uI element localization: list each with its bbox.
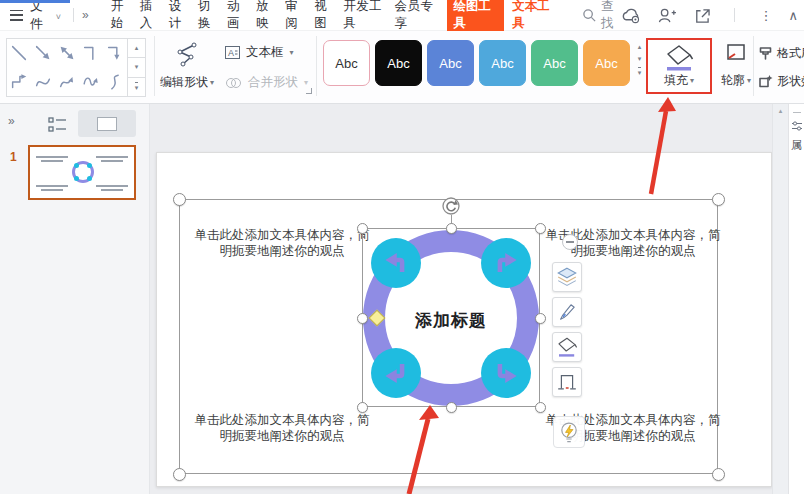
right-task-panel-edge: 属 bbox=[788, 104, 804, 494]
invite-collaborator-icon[interactable] bbox=[657, 7, 677, 24]
text-box-icon: A bbox=[224, 44, 241, 61]
quick-outline-button[interactable] bbox=[552, 367, 582, 397]
cloud-sync-icon[interactable] bbox=[620, 7, 641, 24]
group-separator bbox=[154, 36, 155, 96]
shape-style-preset[interactable]: Abc bbox=[323, 40, 370, 86]
outline-button[interactable]: 轮廓 ▾ bbox=[714, 40, 758, 89]
hamburger-menu-icon[interactable] bbox=[10, 10, 23, 21]
menu-tab[interactable]: 放映 bbox=[256, 0, 278, 32]
menu-tab[interactable]: 开始 bbox=[111, 0, 133, 32]
diagonal-line-icon[interactable] bbox=[7, 39, 31, 68]
shape-style-preset[interactable]: Abc bbox=[427, 40, 474, 86]
quick-fill-button[interactable] bbox=[552, 332, 582, 362]
tab-text-tools[interactable]: 文本工具 bbox=[512, 0, 556, 32]
outline-label: 轮廓 bbox=[721, 72, 745, 89]
resize-handle-bottom-center[interactable] bbox=[446, 402, 457, 413]
properties-icon[interactable] bbox=[791, 120, 803, 132]
slide-thumbnail-selected[interactable] bbox=[28, 145, 136, 200]
curve-icon[interactable] bbox=[31, 68, 55, 97]
elbow-arrow-icon[interactable] bbox=[103, 39, 127, 68]
dialog-launcher-icon[interactable] bbox=[306, 88, 312, 94]
gallery-scroll-down-button[interactable]: ▾ bbox=[127, 58, 146, 77]
shape-effects-button[interactable]: 形状效果 ▾ bbox=[758, 70, 804, 92]
menu-tab[interactable]: 开发工具 bbox=[343, 0, 387, 32]
shape-style-preset[interactable]: Abc bbox=[583, 40, 630, 86]
diagonal-double-arrow-icon[interactable] bbox=[55, 39, 79, 68]
shape-style-preset[interactable]: Abc bbox=[375, 40, 422, 86]
resize-handle-bottom-left[interactable] bbox=[173, 468, 186, 481]
fill-bucket-icon bbox=[664, 43, 694, 72]
vertical-scrollbar[interactable]: ▴ bbox=[772, 104, 788, 494]
s-curve-icon[interactable] bbox=[103, 68, 127, 97]
style-scroll-down-button[interactable]: ▾ bbox=[638, 55, 642, 63]
menu-tabs: 开始插入设计切换动画放映审阅视图开发工具会员专享 bbox=[111, 0, 439, 32]
tab-object-properties[interactable]: 属 bbox=[791, 138, 802, 153]
outline-view-icon[interactable] bbox=[47, 115, 68, 134]
share-icon[interactable] bbox=[693, 7, 710, 24]
elbow-connector-icon[interactable] bbox=[79, 39, 103, 68]
fill-bucket-icon bbox=[555, 335, 579, 359]
brush-style-button[interactable] bbox=[552, 297, 582, 327]
menu-tab[interactable]: 插入 bbox=[140, 0, 162, 32]
style-more-button[interactable]: ▾ bbox=[638, 67, 642, 77]
search-control[interactable]: 查找 bbox=[582, 0, 620, 32]
curved-arrow-icon[interactable] bbox=[55, 68, 79, 97]
resize-handle-top-right[interactable] bbox=[535, 223, 546, 234]
menu-tab[interactable]: 会员专享 bbox=[394, 0, 438, 32]
menu-tab[interactable]: 设计 bbox=[169, 0, 191, 32]
resize-handle-top-right[interactable] bbox=[712, 193, 725, 206]
divider bbox=[734, 8, 735, 22]
more-options-icon[interactable]: ⋮ bbox=[759, 8, 772, 23]
chevron-down-icon: ▾ bbox=[290, 48, 294, 57]
file-menu-button[interactable]: 文件 bbox=[30, 0, 53, 33]
resize-handle-middle-right[interactable] bbox=[535, 313, 546, 324]
gallery-scroll-up-button[interactable]: ▴ bbox=[127, 38, 146, 58]
format-painter-button[interactable]: 格式刷 bbox=[758, 42, 804, 64]
lightbulb-icon bbox=[555, 418, 583, 446]
menu-tab[interactable]: 切换 bbox=[198, 0, 220, 32]
edit-shape-button[interactable]: 编辑形状 ▾ bbox=[156, 38, 218, 98]
file-caret-icon[interactable]: ˅ bbox=[56, 12, 61, 22]
merge-shapes-button-disabled[interactable]: 合并形状 ▾ bbox=[224, 74, 308, 91]
shape-style-preset[interactable]: Abc bbox=[479, 40, 526, 86]
edit-shape-label: 编辑形状 bbox=[160, 74, 208, 91]
shape-effects-icon bbox=[758, 74, 773, 89]
resize-handle-bottom-right[interactable] bbox=[712, 468, 725, 481]
bent-double-arrow-icon[interactable] bbox=[7, 68, 31, 97]
style-gallery: AbcAbcAbcAbcAbcAbc bbox=[323, 40, 630, 86]
smart-tip-button[interactable] bbox=[553, 416, 585, 448]
rotate-handle[interactable] bbox=[442, 197, 460, 215]
chevron-down-icon: ▾ bbox=[210, 78, 214, 87]
style-scroll-up-button[interactable]: ▴ bbox=[638, 43, 642, 51]
panel-expand-icon[interactable]: » bbox=[8, 114, 15, 128]
shape-inner-selection-box[interactable] bbox=[362, 228, 540, 407]
resize-handle-bottom-right[interactable] bbox=[535, 402, 546, 413]
quick-access-expand-icon[interactable]: » bbox=[82, 8, 89, 22]
layers-icon bbox=[555, 265, 579, 289]
fill-button-highlighted[interactable]: 填充 ▾ bbox=[646, 38, 712, 94]
fill-label: 填充 bbox=[664, 72, 688, 89]
text-box-button[interactable]: A 文本框 ▾ bbox=[224, 44, 294, 61]
merge-shapes-icon bbox=[224, 75, 243, 91]
scroll-up-icon[interactable]: ▴ bbox=[779, 107, 783, 114]
curved-s-arrow-icon[interactable] bbox=[79, 68, 103, 97]
gallery-more-button[interactable]: ▾ bbox=[127, 78, 146, 97]
menubar: 文件 ˅ » 开始插入设计切换动画放映审阅视图开发工具会员专享 绘图工具 文本工… bbox=[0, 0, 804, 31]
chevron-down-icon: ▾ bbox=[690, 76, 694, 85]
placeholder-text-bottom-left[interactable]: 单击此处添加文本具体内容，简 明扼要地阐述你的观点 bbox=[190, 412, 374, 444]
resize-handle-top-left[interactable] bbox=[173, 193, 186, 206]
resize-handle-top-left[interactable] bbox=[357, 223, 368, 234]
resize-handle-middle-left[interactable] bbox=[357, 313, 368, 324]
collapse-ribbon-icon[interactable]: ∧ bbox=[788, 8, 798, 23]
slide-view-button[interactable] bbox=[78, 110, 136, 137]
collapse-floating-toolbar-button[interactable] bbox=[562, 234, 578, 250]
menu-tab[interactable]: 视图 bbox=[314, 0, 336, 32]
resize-handle-bottom-left[interactable] bbox=[357, 402, 368, 413]
placeholder-text-top-left[interactable]: 单击此处添加文本具体内容，简 明扼要地阐述你的观点 bbox=[190, 227, 374, 259]
shape-style-preset[interactable]: Abc bbox=[531, 40, 578, 86]
diagonal-arrow-icon[interactable] bbox=[31, 39, 55, 68]
resize-handle-top-center[interactable] bbox=[446, 223, 457, 234]
layers-button[interactable] bbox=[552, 262, 582, 292]
menu-tab[interactable]: 动画 bbox=[227, 0, 249, 32]
menu-tab[interactable]: 审阅 bbox=[285, 0, 307, 32]
